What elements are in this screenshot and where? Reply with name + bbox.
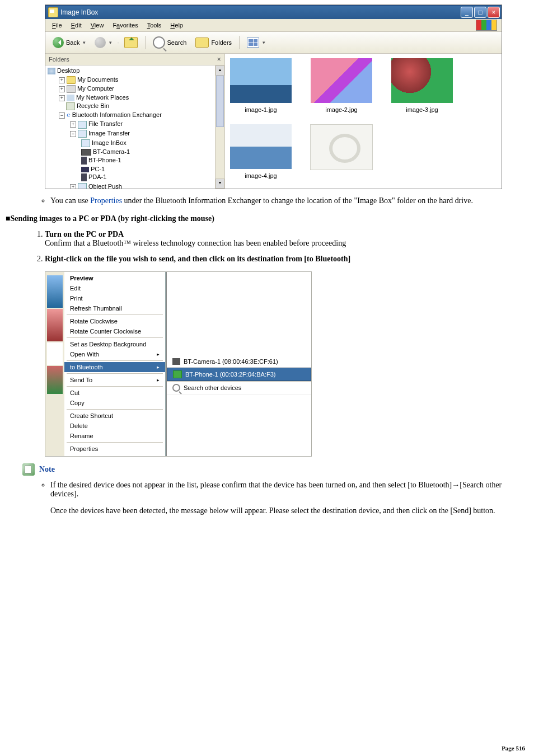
tree-imagetransfer[interactable]: −Image Transfer Image InBox BT-Camera-1 …	[61, 129, 215, 183]
thumb-placeholder	[308, 124, 375, 179]
thumbnail-area: image-1.jpg image-2.jpg image-3.jpg imag…	[225, 54, 502, 189]
scroll-thumb[interactable]	[216, 76, 224, 127]
forward-icon	[95, 37, 106, 48]
tree-mycomp[interactable]: +My Computer	[50, 84, 215, 93]
tree-btexchanger[interactable]: −℮ Bluetooth Information Exchanger +File…	[50, 111, 215, 189]
chevron-right-icon: ▸	[157, 351, 160, 357]
pda-icon	[81, 173, 87, 181]
ctx-edit[interactable]: Edit	[64, 283, 165, 293]
folders-icon	[195, 37, 209, 48]
ctx-shortcut[interactable]: Create Shortcut	[64, 411, 165, 421]
menu-help[interactable]: Help	[166, 21, 188, 30]
separator	[145, 36, 146, 49]
ctx-rename[interactable]: Rename	[64, 431, 165, 441]
search-button[interactable]: Search	[149, 35, 191, 50]
minimize-button[interactable]: _	[461, 7, 473, 18]
computer-icon	[67, 85, 76, 93]
forward-button[interactable]: ▾	[91, 35, 116, 50]
folder-icon	[67, 76, 76, 84]
folders-pane: Folders× Desktop +My Documents +My Compu…	[45, 54, 225, 189]
menu-file[interactable]: File	[48, 21, 67, 30]
thumb-item[interactable]: image-3.jpg	[388, 58, 456, 113]
thumbnail-icon	[311, 58, 372, 103]
note-bullet: If the desired device does not appear in…	[50, 479, 528, 523]
throbber-icon	[476, 20, 497, 31]
properties-link[interactable]: Properties	[90, 196, 122, 205]
window-title: Image InBox	[60, 8, 460, 16]
filetransfer-icon	[78, 121, 87, 129]
network-icon	[67, 95, 74, 101]
up-icon	[124, 37, 138, 48]
folder-tree: Desktop +My Documents +My Computer +My N…	[45, 65, 215, 189]
folders-button[interactable]: Folders	[191, 36, 236, 49]
ctx-cut[interactable]: Cut	[64, 388, 165, 398]
ctx-rotcw[interactable]: Rotate Clockwise	[64, 316, 165, 326]
tree-pda1[interactable]: PDA-1	[72, 173, 215, 182]
menu-favorites[interactable]: Favorites	[108, 21, 142, 30]
back-icon	[53, 37, 64, 48]
objectpush-icon	[78, 183, 87, 189]
back-button[interactable]: Back▾	[49, 35, 90, 50]
search-icon	[153, 36, 165, 49]
search-icon	[172, 384, 180, 392]
views-button[interactable]: ▾	[243, 36, 269, 49]
monitor-icon	[81, 167, 89, 172]
thumb-item[interactable]: image-1.jpg	[227, 58, 294, 113]
ctx-openwith[interactable]: Open With▸	[64, 349, 165, 359]
ctx-delete[interactable]: Delete	[64, 421, 165, 431]
ctx-rotccw[interactable]: Rotate Counter Clockwise	[64, 326, 165, 336]
ctx-sendto[interactable]: Send To▸	[64, 375, 165, 385]
thumb-item[interactable]: image-2.jpg	[308, 58, 375, 113]
tree-imageinbox[interactable]: Image InBox	[72, 139, 215, 148]
thumbnail-icon	[230, 124, 292, 169]
views-icon	[247, 37, 259, 48]
phone-icon	[81, 157, 87, 165]
note-icon	[22, 463, 35, 476]
tree-btcamera[interactable]: BT-Camera-1	[72, 148, 215, 156]
ctx-copy[interactable]: Copy	[64, 398, 165, 408]
ctx-setbg[interactable]: Set as Desktop Background	[64, 339, 165, 349]
ctx-refresh[interactable]: Refresh Thumbnail	[64, 303, 165, 313]
step-2: Right-click on the file you wish to send…	[45, 251, 528, 267]
scroll-down-button[interactable]: ▾	[216, 179, 224, 189]
up-button[interactable]	[120, 35, 142, 50]
thumb-gutter	[45, 272, 64, 456]
menu-tools[interactable]: Tools	[143, 21, 166, 30]
tree-pc1[interactable]: PC-1	[72, 165, 215, 173]
context-menu: Preview Edit Print Refresh Thumbnail Rot…	[64, 272, 166, 456]
tree-mynet[interactable]: +My Network Places	[50, 93, 215, 102]
tree-mydocs[interactable]: +My Documents	[50, 76, 215, 84]
bullet-properties: You can use Properties under the Bluetoo…	[50, 195, 528, 210]
ctx-print[interactable]: Print	[64, 293, 165, 303]
tree-desktop[interactable]: Desktop +My Documents +My Computer +My N…	[48, 67, 215, 189]
tree-scrollbar[interactable]: ▴ ▾	[215, 65, 224, 189]
sub-btcamera[interactable]: BT-Camera-1 (08:00:46:3E:CF:61)	[167, 356, 311, 368]
menu-view[interactable]: View	[86, 21, 109, 30]
close-pane-button[interactable]: ×	[217, 55, 221, 64]
ctx-properties[interactable]: Properties	[64, 444, 165, 454]
step-1: Turn on the PC or PDAConfirm that a Blue…	[45, 227, 528, 251]
tree-recycle[interactable]: Recycle Bin	[50, 102, 215, 111]
phone-icon	[173, 370, 182, 378]
app-icon	[48, 7, 58, 17]
menu-edit[interactable]: Edit	[67, 21, 86, 30]
tree-btphone[interactable]: BT-Phone-1	[72, 156, 215, 165]
sub-search[interactable]: Search other devices	[167, 381, 311, 395]
titlebar[interactable]: Image InBox _ □ ×	[45, 5, 502, 19]
inbox-icon	[81, 139, 90, 147]
camera-icon	[81, 149, 91, 156]
sub-btphone[interactable]: BT-Phone-1 (00:03:2F:04:BA:F3)	[167, 368, 311, 381]
thumb-item[interactable]: image-4.jpg	[227, 124, 294, 179]
ctx-tobluetooth[interactable]: to Bluetooth▸	[64, 362, 165, 372]
ctx-preview[interactable]: Preview	[64, 273, 165, 283]
chevron-right-icon: ▸	[157, 377, 160, 383]
expand-icon[interactable]: +	[59, 77, 65, 83]
close-button[interactable]: ×	[488, 7, 500, 18]
maximize-button[interactable]: □	[474, 7, 486, 18]
tree-objectpush[interactable]: +Object Push	[61, 182, 215, 189]
chevron-down-icon: ▾	[83, 40, 86, 45]
placeholder-icon	[310, 124, 373, 170]
tree-filetransfer[interactable]: +File Transfer	[61, 120, 215, 129]
scroll-up-button[interactable]: ▴	[216, 65, 224, 76]
bluetooth-submenu: BT-Camera-1 (08:00:46:3E:CF:61) BT-Phone…	[166, 272, 311, 456]
